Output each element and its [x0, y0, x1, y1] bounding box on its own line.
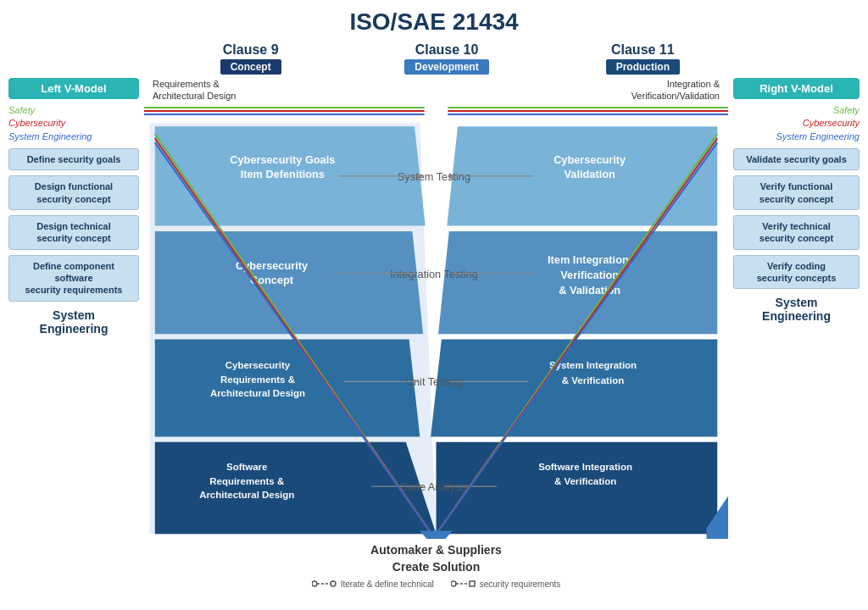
clause-9-title: Clause 9	[153, 42, 348, 58]
svg-text:Validation: Validation	[565, 168, 615, 180]
svg-marker-15	[437, 441, 718, 533]
page-title: ISO/SAE 21434	[8, 8, 860, 36]
right-box-4: Verify codingsecurity concepts	[733, 255, 860, 290]
left-box-1: Define security goals	[8, 148, 139, 170]
v-shape: System Testing Integration Testing Unit …	[144, 118, 728, 540]
legend-item-1: Iterate & define technical	[312, 579, 434, 589]
svg-text:Architectural Design: Architectural Design	[210, 388, 305, 398]
svg-text:Requirements &: Requirements &	[209, 475, 284, 485]
arch-label-left: Requirements &Architectural Design	[153, 78, 236, 103]
svg-text:& Verification: & Verification	[554, 475, 616, 485]
safety-label-right: Safety	[733, 104, 860, 117]
clause-10-subtitle: Development	[404, 59, 488, 75]
svg-text:Item Integration,: Item Integration,	[548, 253, 632, 266]
svg-text:Verification: Verification	[560, 269, 619, 281]
system-eng-right: SystemEngineering	[733, 296, 860, 323]
clause-11-subtitle: Production	[606, 59, 680, 75]
automaker-text: Automaker & SuppliersCreate Solution	[144, 542, 728, 575]
syseng-label-right: System Engineering	[733, 130, 860, 143]
content-area: Left V-Model Safety Cybersecurity System…	[8, 78, 860, 589]
svg-text:Software: Software	[226, 462, 267, 472]
clause-11-title: Clause 11	[545, 42, 741, 58]
clause-9-subtitle: Concept	[220, 59, 281, 75]
clause-11: Clause 11 Production	[545, 42, 741, 75]
svg-text:Requirements &: Requirements &	[220, 374, 295, 384]
right-box-2: Verify functionalsecurity concept	[733, 175, 860, 210]
page-container: ISO/SAE 21434 Clause 9 Concept Clause 10…	[0, 0, 868, 610]
left-vmodel-badge: Left V-Model	[8, 78, 139, 99]
clauses-row: Clause 9 Concept Clause 10 Development C…	[153, 42, 741, 75]
right-box-1: Validate security goals	[733, 148, 860, 170]
bottom-section: Automaker & SuppliersCreate Solution Ite…	[144, 542, 728, 589]
legend-item-2: security requirements	[451, 579, 561, 589]
clause-10: Clause 10 Development	[348, 42, 544, 75]
svg-point-55	[312, 581, 317, 586]
svg-text:Item Defenitions: Item Defenitions	[241, 168, 325, 180]
svg-marker-13	[438, 231, 717, 334]
left-box-2: Design functionalsecurity concept	[8, 175, 139, 210]
clause-10-title: Clause 10	[348, 42, 544, 58]
syseng-label-left: System Engineering	[8, 130, 92, 143]
right-panel: Right V-Model Safety Cybersecurity Syste…	[728, 78, 860, 589]
right-vmodel-badge: Right V-Model	[733, 78, 860, 99]
svg-point-57	[331, 581, 336, 586]
svg-text:& Verification: & Verification	[562, 374, 624, 385]
cyber-label-right: Cybersecurity	[733, 117, 860, 130]
left-panel: Left V-Model Safety Cybersecurity System…	[8, 78, 144, 589]
cyber-label-left: Cybersecurity	[8, 117, 92, 130]
right-boxes: Validate security goals Verify functiona…	[733, 148, 860, 289]
legend-text-1: Iterate & define technical	[341, 580, 434, 589]
svg-rect-60	[470, 581, 475, 586]
svg-marker-14	[431, 339, 717, 436]
clause-9: Clause 9 Concept	[153, 42, 348, 75]
svg-text:Cybersecurity: Cybersecurity	[554, 152, 626, 165]
left-box-4: Define component softwaresecurity requir…	[8, 255, 139, 302]
svg-point-58	[451, 581, 456, 586]
legend-row: Iterate & define technical security requ…	[144, 579, 728, 589]
left-boxes: Define security goals Design functionals…	[8, 148, 139, 301]
arch-label-right: Integration &Verification/Validation	[632, 78, 720, 103]
svg-text:Cybersecurity Goals: Cybersecurity Goals	[230, 152, 335, 165]
svg-text:Architectural Design: Architectural Design	[199, 490, 294, 500]
color-lines	[144, 104, 728, 118]
svg-marker-11	[155, 441, 437, 533]
system-eng-left: SystemEngineering	[8, 308, 139, 336]
svg-text:System Integration: System Integration	[549, 360, 637, 370]
safety-label-left: Safety	[8, 104, 92, 117]
left-box-3: Design technicalsecurity concept	[8, 215, 139, 250]
middle-area: Requirements &Architectural Design Integ…	[144, 78, 728, 589]
svg-text:Cybersecurity: Cybersecurity	[225, 360, 291, 370]
right-box-3: Verify technicalsecurity concept	[733, 215, 860, 250]
arch-labels: Requirements &Architectural Design Integ…	[144, 78, 728, 103]
svg-text:Software Integration: Software Integration	[538, 462, 632, 472]
legend-text-2: security requirements	[480, 580, 561, 589]
